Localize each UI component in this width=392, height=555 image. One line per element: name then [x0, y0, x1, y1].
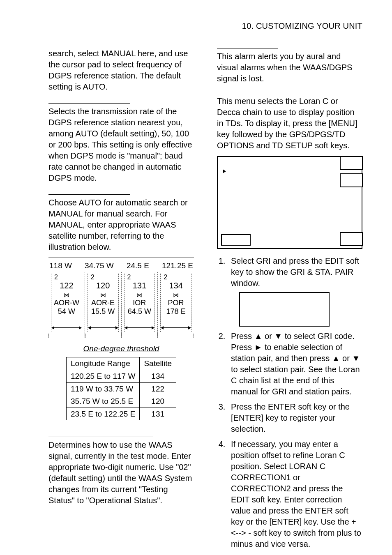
step-4: If necessary, you may enter a position o…	[228, 439, 362, 550]
edit-softkey[interactable]	[340, 156, 363, 170]
diagram-caption: One-degree threshold	[48, 343, 194, 354]
divider	[48, 437, 153, 437]
section-header: 10. CUSTOMIZING YOUR UNIT	[48, 21, 362, 32]
cell: 119 W to 33.75 W	[66, 382, 139, 395]
td-body: This menu selects the Loran C or Decca c…	[217, 96, 362, 151]
boundary-label: 118 W	[49, 260, 72, 271]
softkey[interactable]	[340, 173, 363, 187]
table-row: 120.25 E to 117 W 134	[66, 370, 176, 382]
waas-mode-body: Determines how to use the WAAS signal, c…	[48, 440, 194, 506]
cell: 120.25 E to 117 W	[66, 370, 139, 382]
satellite-diagram: 118 W 34.75 W 24.5 E 121.25 E 2 122 ⋈ AO…	[48, 258, 194, 338]
divider	[48, 103, 130, 104]
alarm-body: This alarm alerts you by aural and visua…	[217, 51, 362, 84]
zone-por: 2 134 ⋈ POR 178 E	[157, 272, 194, 334]
table-row: 35.75 W to 25.5 E 120	[66, 395, 176, 408]
gri-pair-window	[239, 292, 330, 327]
cell: 35.75 W to 25.5 E	[66, 395, 139, 408]
threshold-label: 2	[91, 273, 95, 282]
boundary-label: 121.25 E	[162, 260, 193, 271]
softkey[interactable]	[340, 232, 363, 246]
cell: 120	[140, 395, 176, 408]
return-softkey[interactable]	[221, 234, 251, 246]
loranc-steps: Select GRI and press the EDIT soft key t…	[217, 256, 362, 550]
zone-ior: 2 131 ⋈ IOR 64.5 W	[121, 272, 158, 334]
step-text: Select GRI and press the EDIT soft key t…	[231, 256, 359, 288]
table-row: 119 W to 33.75 W 122	[66, 382, 176, 395]
threshold-label: 2	[164, 273, 167, 282]
table-row: 23.5 E to 122.25 E 131	[66, 408, 176, 420]
td-setup-menu	[217, 156, 362, 249]
boundary-label: 24.5 E	[127, 260, 149, 271]
waas-search-body: Choose AUTO for automatic search or MANU…	[48, 197, 194, 253]
step-3: Press the ENTER soft key or the [ENTER] …	[228, 401, 362, 435]
baud-body: Selects the transmission rate of the DGP…	[48, 106, 194, 184]
boundary-label: 34.75 W	[85, 260, 114, 271]
zone-aor-w: 2 122 ⋈ AOR-W 54 W	[48, 272, 85, 334]
intro-paragraph: search, select MANUAL here, and use the …	[48, 48, 194, 92]
zone-aor-e: 2 120 ⋈ AOR-E 15.5 W	[85, 272, 121, 334]
cell: 122	[140, 382, 176, 395]
left-column: search, select MANUAL here, and use the …	[48, 48, 194, 554]
step-1: Select GRI and press the EDIT soft key t…	[228, 256, 362, 327]
col-header: Satellite	[140, 357, 176, 370]
step-2: Press ▲ or ▼ to select GRI code. Press ►…	[228, 331, 362, 397]
col-header: Longitude Range	[66, 357, 139, 370]
threshold-label: 2	[54, 273, 58, 282]
divider	[217, 48, 278, 48]
threshold-label: 2	[127, 273, 131, 282]
cell: 131	[140, 408, 176, 420]
cell: 23.5 E to 122.25 E	[66, 408, 139, 420]
right-column: This alarm alerts you by aural and visua…	[217, 48, 362, 554]
cell: 134	[140, 370, 176, 382]
satellite-table: Longitude Range Satellite 120.25 E to 11…	[66, 357, 176, 420]
divider	[48, 194, 130, 195]
